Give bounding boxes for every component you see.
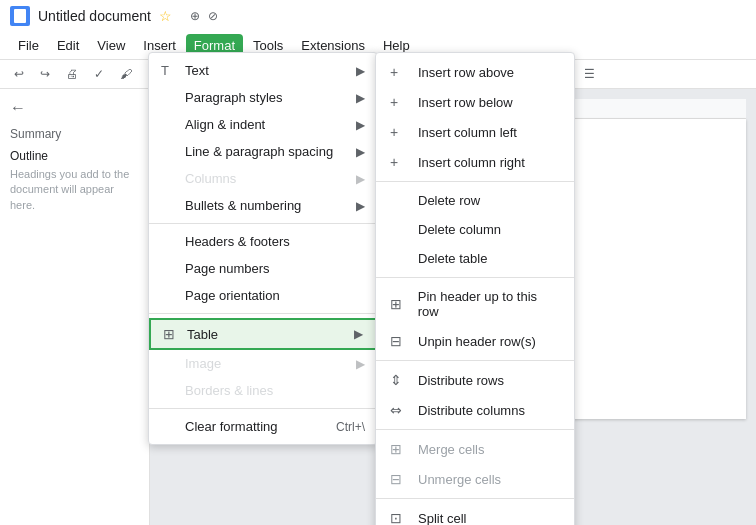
merge-cells: ⊞ Merge cells (376, 434, 574, 464)
text-icon: T (161, 63, 179, 78)
delete-column[interactable]: Delete column (376, 215, 574, 244)
insert-row-below-label: Insert row below (418, 95, 513, 110)
columns-arrow: ▶ (356, 172, 365, 186)
format-menu: T Text ▶ Paragraph styles ▶ Align & inde… (148, 52, 378, 445)
back-arrow[interactable]: ← (10, 99, 139, 117)
sub-divider-1 (376, 181, 574, 182)
insert-col-right[interactable]: + Insert column right (376, 147, 574, 177)
headers-label: Headers & footers (185, 234, 365, 249)
format-text[interactable]: T Text ▶ (149, 57, 377, 84)
format-borders-lines: Borders & lines (149, 377, 377, 404)
history-icon: ⊘ (206, 7, 220, 25)
page-orientation-label: Page orientation (185, 288, 365, 303)
sub-divider-2 (376, 277, 574, 278)
toolbar-print[interactable]: 🖨 (60, 64, 84, 84)
distribute-rows-label: Distribute rows (418, 373, 504, 388)
merge-cells-icon: ⊞ (390, 441, 410, 457)
insert-row-above-icon: + (390, 64, 410, 80)
unmerge-cells-label: Unmerge cells (418, 472, 501, 487)
split-cell[interactable]: ⊡ Split cell (376, 503, 574, 525)
page-numbers-label: Page numbers (185, 261, 365, 276)
unmerge-cells-icon: ⊟ (390, 471, 410, 487)
table-icon: ⊞ (163, 326, 181, 342)
clear-label: Clear formatting (185, 419, 328, 434)
document-title: Untitled document (38, 8, 151, 24)
paragraph-arrow: ▶ (356, 91, 365, 105)
split-cell-label: Split cell (418, 511, 466, 526)
delete-column-label: Delete column (418, 222, 501, 237)
toolbar-redo[interactable]: ↪ (34, 64, 56, 84)
table-label: Table (187, 327, 350, 342)
toolbar-spellcheck[interactable]: ✓ (88, 64, 110, 84)
toolbar-undo[interactable]: ↩ (8, 64, 30, 84)
table-submenu: + Insert row above + Insert row below + … (375, 52, 575, 525)
format-page-orientation[interactable]: Page orientation (149, 282, 377, 309)
format-line-spacing[interactable]: Line & paragraph spacing ▶ (149, 138, 377, 165)
insert-col-right-label: Insert column right (418, 155, 525, 170)
distribute-cols[interactable]: ⇔ Distribute columns (376, 395, 574, 425)
divider-1 (149, 223, 377, 224)
align-label: Align & indent (185, 117, 352, 132)
unpin-header-icon: ⊟ (390, 333, 410, 349)
table-arrow: ▶ (354, 327, 363, 341)
menu-view[interactable]: View (89, 34, 133, 57)
insert-row-above[interactable]: + Insert row above (376, 57, 574, 87)
bullets-arrow: ▶ (356, 199, 365, 213)
delete-row[interactable]: Delete row (376, 186, 574, 215)
format-page-numbers[interactable]: Page numbers (149, 255, 377, 282)
unpin-header[interactable]: ⊟ Unpin header row(s) (376, 326, 574, 356)
insert-col-left[interactable]: + Insert column left (376, 117, 574, 147)
format-table[interactable]: ⊞ Table ▶ (149, 318, 377, 350)
line-spacing-arrow: ▶ (356, 145, 365, 159)
toolbar-paint[interactable]: 🖌 (114, 64, 138, 84)
menu-edit[interactable]: Edit (49, 34, 87, 57)
divider-2 (149, 313, 377, 314)
distribute-rows-icon: ⇕ (390, 372, 410, 388)
format-headers-footers[interactable]: Headers & footers (149, 228, 377, 255)
insert-row-below[interactable]: + Insert row below (376, 87, 574, 117)
toolbar-list[interactable]: ☰ (578, 64, 601, 84)
image-label: Image (185, 356, 352, 371)
format-paragraph-styles[interactable]: Paragraph styles ▶ (149, 84, 377, 111)
distribute-cols-icon: ⇔ (390, 402, 410, 418)
insert-col-left-label: Insert column left (418, 125, 517, 140)
format-align-indent[interactable]: Align & indent ▶ (149, 111, 377, 138)
format-text-label: Text (185, 63, 352, 78)
format-columns: Columns ▶ (149, 165, 377, 192)
delete-table[interactable]: Delete table (376, 244, 574, 273)
format-clear-formatting[interactable]: Clear formatting Ctrl+\ (149, 413, 377, 440)
sub-divider-4 (376, 429, 574, 430)
insert-col-right-icon: + (390, 154, 410, 170)
borders-label: Borders & lines (185, 383, 365, 398)
pin-header-icon: ⊞ (390, 296, 410, 312)
insert-row-below-icon: + (390, 94, 410, 110)
divider-3 (149, 408, 377, 409)
format-image: Image ▶ (149, 350, 377, 377)
insert-row-above-label: Insert row above (418, 65, 514, 80)
sub-divider-3 (376, 360, 574, 361)
pin-header[interactable]: ⊞ Pin header up to this row (376, 282, 574, 326)
distribute-cols-label: Distribute columns (418, 403, 525, 418)
merge-cells-label: Merge cells (418, 442, 484, 457)
menu-file[interactable]: File (10, 34, 47, 57)
bullets-label: Bullets & numbering (185, 198, 352, 213)
unpin-header-label: Unpin header row(s) (418, 334, 536, 349)
sub-divider-5 (376, 498, 574, 499)
align-arrow: ▶ (356, 118, 365, 132)
sidebar: ← Summary Outline Headings you add to th… (0, 89, 150, 525)
delete-table-label: Delete table (418, 251, 487, 266)
move-icon: ⊕ (188, 7, 202, 25)
split-cell-icon: ⊡ (390, 510, 410, 525)
clear-shortcut: Ctrl+\ (336, 420, 365, 434)
star-icon[interactable]: ☆ (159, 8, 172, 24)
paragraph-label: Paragraph styles (185, 90, 352, 105)
unmerge-cells: ⊟ Unmerge cells (376, 464, 574, 494)
outline-label: Outline (10, 149, 139, 163)
delete-row-label: Delete row (418, 193, 480, 208)
doc-icon (10, 6, 30, 26)
image-arrow: ▶ (356, 357, 365, 371)
format-bullets[interactable]: Bullets & numbering ▶ (149, 192, 377, 219)
summary-label: Summary (10, 127, 139, 141)
text-arrow: ▶ (356, 64, 365, 78)
distribute-rows[interactable]: ⇕ Distribute rows (376, 365, 574, 395)
